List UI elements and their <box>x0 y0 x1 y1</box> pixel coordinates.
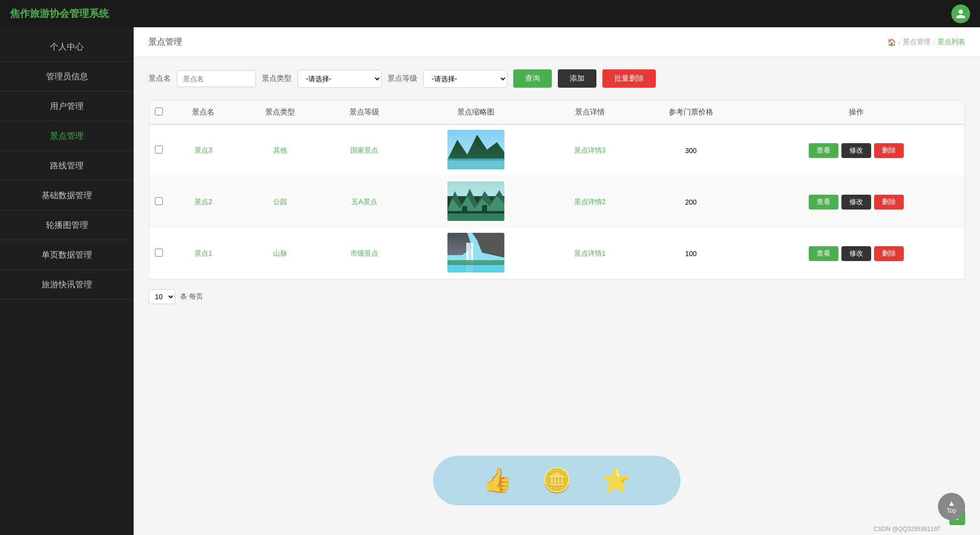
row2-checkbox-cell <box>149 176 169 228</box>
row3-thumbnail-cell <box>406 124 546 176</box>
sidebar-item-base-data-mgmt[interactable]: 基础数据管理 <box>0 181 134 211</box>
thumbs-up-icon: 👍 <box>483 467 512 494</box>
breadcrumb: 🏠 / 景点管理 / 景点列表 <box>887 38 965 47</box>
sidebar-item-route-mgmt[interactable]: 路线管理 <box>0 151 134 181</box>
page-header: 景点管理 🏠 / 景点管理 / 景点列表 <box>134 27 980 57</box>
back-to-top-button[interactable]: ▲ Top <box>938 493 965 520</box>
select-attraction-level[interactable]: -请选择- 国家景点 五A景点 市级景点 <box>423 70 507 88</box>
col-name: 景点名 <box>169 101 238 124</box>
sidebar-item-carousel-mgmt[interactable]: 轮播图管理 <box>0 211 134 240</box>
home-icon: 🏠 <box>887 38 896 46</box>
main-content: 景点管理 🏠 / 景点管理 / 景点列表 景点名 景点类型 -请选择- 其他 公… <box>134 27 980 535</box>
table-row: 景点2 公园 五A景点 <box>149 176 965 228</box>
col-detail: 景点详情 <box>546 101 634 124</box>
row1-delete-button[interactable]: 删除 <box>874 246 904 261</box>
row1-price: 100 <box>634 228 748 279</box>
row3-type: 其他 <box>238 124 322 176</box>
sidebar-item-personal[interactable]: 个人中心 <box>0 32 134 62</box>
row3-view-button[interactable]: 查看 <box>809 143 838 158</box>
layout: 个人中心 管理员信息 用户管理 景点管理 路线管理 基础数据管理 轮播图管理 单… <box>0 27 980 535</box>
row3-checkbox[interactable] <box>155 146 163 154</box>
row3-actions: 查看 修改 删除 <box>748 124 965 176</box>
search-button[interactable]: 查询 <box>513 69 552 88</box>
row2-name: 景点2 <box>169 176 238 228</box>
per-page-select[interactable]: 10 20 50 <box>148 289 175 304</box>
row2-edit-button[interactable]: 修改 <box>841 195 871 210</box>
col-thumbnail: 景点缩略图 <box>406 101 546 124</box>
row1-type: 山脉 <box>238 228 322 279</box>
content-area: 景点名 景点类型 -请选择- 其他 公园 山脉 景点等级 -请选择- 国家景点 … <box>134 57 980 317</box>
label-attraction-name: 景点名 <box>148 74 171 83</box>
svg-rect-10 <box>447 214 504 221</box>
row2-actions: 查看 修改 删除 <box>748 176 965 228</box>
svg-rect-17 <box>447 260 504 265</box>
row1-view-button[interactable]: 查看 <box>809 246 838 261</box>
breadcrumb-sep2: / <box>933 38 935 46</box>
col-actions: 操作 <box>748 101 965 124</box>
row3-level: 国家景点 <box>322 124 406 176</box>
row1-actions: 查看 修改 删除 <box>748 228 965 279</box>
sidebar-item-news-mgmt[interactable]: 旅游快讯管理 <box>0 270 134 300</box>
col-price: 参考门票价格 <box>634 101 748 124</box>
row2-price: 200 <box>634 176 748 228</box>
breadcrumb-sep1: / <box>898 38 900 46</box>
row3-edit-button[interactable]: 修改 <box>841 143 871 158</box>
sidebar-item-attraction-mgmt[interactable]: 景点管理 <box>0 121 134 151</box>
row3-delete-button[interactable]: 删除 <box>874 143 904 158</box>
row2-thumbnail <box>447 181 504 221</box>
row1-checkbox-cell <box>149 228 169 279</box>
table-row: 景点3 其他 国家景点 <box>149 124 965 176</box>
select-attraction-type[interactable]: -请选择- 其他 公园 山脉 <box>297 70 382 88</box>
breadcrumb-current: 景点列表 <box>937 38 965 47</box>
table-container: 景点名 景点类型 景点等级 景点缩略图 景点详情 参考门票价格 操作 <box>148 100 965 279</box>
row3-name: 景点3 <box>169 124 238 176</box>
row1-checkbox[interactable] <box>155 249 163 257</box>
pagination-area: 10 20 50 条 每页 <box>148 289 965 304</box>
breadcrumb-part1: 景点管理 <box>903 38 931 47</box>
coin-icon: 🪙 <box>542 467 572 494</box>
per-page-label: 条 每页 <box>180 292 203 301</box>
batch-delete-button[interactable]: 批量删除 <box>602 69 656 88</box>
watermark: CSDN @QQ3295391197 <box>874 526 940 533</box>
add-button[interactable]: 添加 <box>558 69 596 88</box>
page-title: 景点管理 <box>148 36 182 48</box>
search-input-name[interactable] <box>177 70 256 87</box>
col-type: 景点类型 <box>238 101 322 124</box>
row3-detail: 景点详情3 <box>546 124 634 176</box>
sidebar-item-admin-info[interactable]: 管理员信息 <box>0 62 134 92</box>
back-to-top-label: Top <box>947 507 956 514</box>
row2-type: 公园 <box>238 176 322 228</box>
row1-edit-button[interactable]: 修改 <box>841 246 871 261</box>
svg-rect-3 <box>447 160 504 169</box>
sidebar-item-user-mgmt[interactable]: 用户管理 <box>0 92 134 121</box>
attractions-table: 景点名 景点类型 景点等级 景点缩略图 景点详情 参考门票价格 操作 <box>149 101 965 279</box>
row2-checkbox[interactable] <box>155 197 163 205</box>
row1-thumbnail-cell <box>406 228 546 279</box>
row2-delete-button[interactable]: 删除 <box>874 195 904 210</box>
row1-thumbnail <box>447 233 504 272</box>
col-checkbox <box>149 101 169 124</box>
label-attraction-type: 景点类型 <box>262 74 292 83</box>
row3-thumbnail <box>447 130 504 169</box>
search-bar: 景点名 景点类型 -请选择- 其他 公园 山脉 景点等级 -请选择- 国家景点 … <box>148 69 965 88</box>
row1-level: 市级景点 <box>322 228 406 279</box>
row2-view-button[interactable]: 查看 <box>809 195 838 210</box>
top-header: 焦作旅游协会管理系统 <box>0 0 980 27</box>
back-to-top-arrow-icon: ▲ <box>948 499 956 507</box>
select-all-checkbox[interactable] <box>155 107 163 115</box>
row2-level: 五A景点 <box>322 176 406 228</box>
star-icon: ⭐ <box>601 467 631 494</box>
avatar[interactable] <box>951 4 970 23</box>
col-level: 景点等级 <box>322 101 406 124</box>
table-header-row: 景点名 景点类型 景点等级 景点缩略图 景点详情 参考门票价格 操作 <box>149 101 965 124</box>
app-title: 焦作旅游协会管理系统 <box>10 7 109 20</box>
row2-detail: 景点详情2 <box>546 176 634 228</box>
sidebar: 个人中心 管理员信息 用户管理 景点管理 路线管理 基础数据管理 轮播图管理 单… <box>0 27 134 535</box>
row3-checkbox-cell <box>149 124 169 176</box>
row2-thumbnail-cell <box>406 176 546 228</box>
row3-price: 300 <box>634 124 748 176</box>
label-attraction-level: 景点等级 <box>388 74 417 83</box>
row1-name: 景点1 <box>169 228 238 279</box>
sidebar-item-single-page-mgmt[interactable]: 单页数据管理 <box>0 240 134 270</box>
bottom-decoration: 👍 🪙 ⭐ <box>433 456 681 505</box>
